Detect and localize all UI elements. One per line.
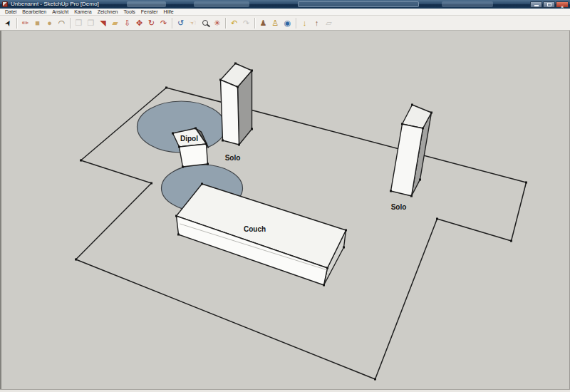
background-window-glimpse — [442, 1, 493, 7]
get-models-icon: ↓ — [303, 19, 307, 27]
menu-hilfe[interactable]: Hilfe — [161, 9, 177, 15]
google-earth-icon: ◉ — [284, 19, 291, 27]
speaker-solo-right-vertex — [422, 128, 424, 130]
minimize-icon — [534, 5, 539, 6]
share-component-icon: ▱ — [326, 19, 331, 27]
orbit-tool-button[interactable]: ↺ — [175, 17, 187, 29]
position-camera-tool-button[interactable]: ♙ — [270, 17, 281, 29]
app-icon — [2, 1, 8, 7]
model-viewport[interactable]: DipolSoloCouchSolo — [1, 31, 569, 389]
background-window-glimpse — [298, 1, 419, 7]
room-floor-vertex — [165, 87, 167, 89]
room-floor-vertex — [150, 182, 152, 185]
next-view-icon: ↷ — [243, 19, 249, 27]
couch-vertex — [343, 247, 345, 249]
get-models-button[interactable]: ↓ — [299, 17, 311, 29]
room-floor-vertex — [75, 259, 77, 261]
toolbar-separator — [296, 18, 296, 29]
pushpull-tool-button[interactable]: ⇩ — [122, 17, 133, 29]
arc-tool-button[interactable]: ◠ — [56, 17, 68, 29]
share-models-icon: ↑ — [315, 19, 319, 27]
google-earth-button[interactable]: ◉ — [282, 17, 294, 29]
maximize-icon — [547, 3, 551, 6]
zoom-extents-tool-button[interactable]: ✳ — [212, 17, 223, 29]
menu-ansicht[interactable]: Ansicht — [49, 9, 71, 15]
circle-tool-icon: ● — [47, 19, 52, 27]
paint-bucket-tool-button[interactable]: ◥ — [98, 17, 109, 29]
make-component-tool-icon: ❒ — [76, 19, 83, 27]
arc-tool-icon: ◠ — [58, 19, 66, 27]
speaker-solo-left-vertex — [222, 140, 224, 142]
speaker-solo-right-vertex — [410, 195, 413, 197]
couch-vertex — [345, 229, 347, 232]
menu-datei[interactable]: Datei — [2, 9, 19, 15]
share-models-button[interactable]: ↑ — [311, 17, 323, 29]
eraser-tool-button[interactable]: ▰ — [110, 17, 121, 29]
toolbar-separator — [16, 18, 17, 29]
speaker-solo-right-vertex — [390, 190, 392, 192]
line-tool-icon: ✏ — [22, 19, 28, 27]
toolbar-separator — [70, 18, 71, 29]
orbit-tool-icon: ↺ — [177, 19, 184, 27]
circle-tool-button[interactable]: ● — [44, 17, 56, 29]
couch-vertex — [326, 267, 328, 269]
couch-vertex — [177, 234, 180, 236]
line-tool-button[interactable]: ✏ — [20, 17, 31, 29]
zoom-tool-icon — [202, 20, 208, 26]
background-window-glimpse — [194, 1, 249, 7]
pushpull-tool-icon: ⇩ — [124, 19, 130, 27]
select-tool-icon: ➤ — [3, 18, 13, 27]
couch-vertex — [323, 284, 325, 287]
menu-fenster[interactable]: Fenster — [138, 9, 161, 15]
speaker-dipol-vertex — [195, 128, 197, 130]
speaker-solo-left-vertex — [234, 63, 237, 65]
caption-buttons — [530, 1, 569, 8]
menu-zeichnen[interactable]: Zeichnen — [95, 9, 121, 15]
room-floor-vertex — [510, 240, 512, 242]
speaker-dipol-vertex — [182, 166, 184, 168]
room-floor-vertex — [525, 182, 527, 184]
previous-view-button[interactable]: ↶ — [229, 17, 240, 29]
make-component-tool-button: ❒ — [73, 17, 85, 29]
menu-kamera[interactable]: Kamera — [71, 9, 95, 15]
sketchup-window: Unbenannt - SketchUp Pro [Demo] DateiBea… — [0, 0, 570, 392]
select-tool-button[interactable]: ➤ — [3, 17, 14, 29]
speaker-solo-right-vertex — [411, 104, 413, 106]
speaker-solo-left-vertex — [251, 70, 253, 72]
toolbar-separator — [254, 18, 255, 29]
speaker-solo-left-face[interactable] — [221, 80, 239, 145]
speaker-solo-left-vertex — [251, 128, 253, 130]
window-bottom-edge — [0, 389, 570, 392]
rectangle-tool-icon: ■ — [35, 19, 40, 27]
scene-label-couch: Couch — [244, 225, 266, 233]
close-button[interactable] — [556, 1, 569, 8]
speaker-solo-left-vertex — [219, 79, 222, 81]
speaker-solo-right-vertex — [401, 123, 403, 125]
move-tool-button[interactable]: ✥ — [134, 17, 145, 29]
pan-tool-button[interactable]: ☜ — [187, 17, 199, 29]
speaker-dipol-vertex — [178, 146, 180, 148]
room-floor-vertex — [80, 160, 82, 162]
zoom-tool-button[interactable] — [200, 17, 211, 29]
couch-vertex — [201, 183, 203, 185]
room-floor-vertex — [374, 378, 376, 381]
menu-bearbeiten[interactable]: Bearbeiten — [19, 9, 49, 15]
speaker-solo-right-vertex — [430, 112, 432, 114]
speaker-dipol-face[interactable] — [180, 144, 208, 167]
rotate-tool-button[interactable]: ↻ — [146, 17, 157, 29]
scene-label-solo: Solo — [391, 203, 407, 211]
scene-label-solo: Solo — [225, 154, 241, 162]
walk-tool-button[interactable]: ♟ — [258, 17, 269, 29]
eraser-tool-icon: ▰ — [112, 19, 118, 27]
paint-bucket-tool-icon: ◥ — [100, 19, 105, 27]
make-group-tool-icon: ❐ — [88, 19, 95, 27]
menu-tools[interactable]: Tools — [120, 9, 138, 15]
scene-label-dipol: Dipol — [180, 135, 198, 143]
drawing-canvas[interactable]: DipolSoloCouchSolo — [0, 31, 570, 389]
followme-tool-button[interactable]: ↷ — [158, 17, 170, 29]
minimize-button[interactable] — [530, 1, 542, 8]
share-component-button: ▱ — [323, 17, 335, 29]
rectangle-tool-button[interactable]: ■ — [32, 17, 43, 29]
zoom-extents-tool-icon: ✳ — [214, 19, 220, 27]
maximize-button[interactable] — [543, 1, 555, 8]
